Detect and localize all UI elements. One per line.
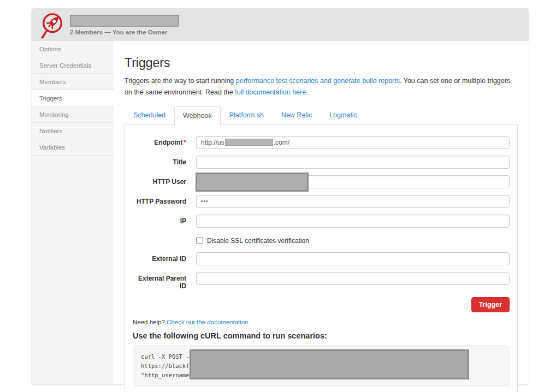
endpoint-row: Endpoint* http://us.com/	[133, 136, 510, 149]
full-documentation-link[interactable]: full documentation here	[235, 88, 306, 96]
tab-webhook[interactable]: Webhook	[174, 106, 221, 125]
tab-logmatic[interactable]: Logmatic	[321, 106, 366, 124]
page-title: Triggers	[125, 56, 518, 70]
app-container: 2 Members — You are the Owner Options Se…	[32, 8, 529, 384]
curl-heading: Use the following cURL command to run sc…	[133, 331, 510, 340]
check-documentation-link[interactable]: Check out the documentation	[167, 319, 249, 325]
endpoint-label-text: Endpoint	[154, 139, 182, 146]
environment-meta: 2 Members — You are the Owner	[70, 15, 179, 35]
redacted-curl-credentials	[190, 349, 469, 379]
sidebar-item-options[interactable]: Options	[32, 41, 114, 57]
tab-new-relic[interactable]: New Relic	[273, 106, 321, 124]
required-asterisk: *	[184, 139, 186, 146]
curl-code-block: curl -X POST --use https://blackfire.io/…	[133, 345, 510, 388]
endpoint-label: Endpoint*	[133, 136, 186, 149]
http-password-label: HTTP Password	[133, 195, 186, 208]
ip-label: IP	[133, 215, 186, 228]
webhook-tab-panel: Endpoint* http://us.com/ Title HTTP User	[125, 124, 518, 392]
trigger-button[interactable]: Trigger	[471, 297, 510, 312]
http-user-row: HTTP User	[133, 175, 510, 188]
endpoint-input[interactable]: http://us.com/	[196, 136, 510, 149]
external-parent-id-row: External Parent ID	[133, 272, 510, 290]
endpoint-value-suffix: .com/	[274, 139, 289, 146]
title-input[interactable]	[196, 156, 510, 169]
disable-ssl-checkbox[interactable]	[196, 237, 203, 244]
ip-row: IP	[133, 215, 510, 228]
intro-text-3: .	[306, 88, 307, 96]
need-help-line: Need help? Check out the documentation	[133, 319, 510, 325]
external-id-row: External ID	[133, 252, 510, 265]
redacted-environment-name	[70, 15, 179, 27]
tab-platform-sh[interactable]: Platform.sh	[221, 106, 273, 124]
external-parent-id-input[interactable]	[196, 272, 510, 285]
sidebar-item-notifiers[interactable]: Notifiers	[32, 123, 114, 139]
endpoint-value-prefix: http://us	[201, 139, 224, 146]
external-id-label: External ID	[133, 252, 186, 265]
http-password-input[interactable]: •••	[196, 195, 510, 208]
main-content: Triggers Triggers are the way to start r…	[114, 41, 529, 384]
environment-header: 2 Members — You are the Owner	[32, 8, 529, 41]
http-user-label: HTTP User	[133, 175, 186, 188]
blackfire-rocket-logo-icon	[39, 10, 65, 41]
scenarios-reports-link[interactable]: performance test scenarios and generate …	[236, 77, 400, 85]
sidebar-item-server-credentials[interactable]: Server Credentials	[32, 57, 114, 74]
sidebar-item-variables[interactable]: Variables	[32, 139, 114, 156]
password-masked-value: •••	[201, 198, 209, 204]
tab-scheduled[interactable]: Scheduled	[125, 106, 174, 124]
intro-paragraph: Triggers are the way to start running pe…	[125, 75, 518, 99]
title-row: Title	[133, 156, 510, 169]
submit-row: Trigger	[133, 297, 510, 312]
trigger-tabs: Scheduled Webhook Platform.sh New Relic …	[125, 106, 518, 124]
redacted-http-user-value	[196, 173, 309, 192]
sidebar-item-triggers[interactable]: Triggers	[32, 90, 114, 106]
ip-input[interactable]	[196, 215, 510, 228]
sidebar-item-monitoring[interactable]: Monitoring	[32, 106, 114, 123]
disable-ssl-label: Disable SSL certificates verification	[207, 237, 309, 245]
http-password-row: HTTP Password •••	[133, 195, 510, 208]
ssl-checkbox-row: Disable SSL certificates verification	[133, 237, 510, 245]
sidebar-item-members[interactable]: Members	[32, 74, 114, 90]
settings-sidebar: Options Server Credentials Members Trigg…	[32, 41, 114, 384]
members-owner-subtitle: 2 Members — You are the Owner	[70, 29, 179, 35]
intro-text-1: Triggers are the way to start running	[125, 77, 236, 85]
external-parent-id-label: External Parent ID	[133, 272, 186, 290]
external-id-input[interactable]	[196, 252, 510, 265]
redacted-endpoint-host	[225, 139, 273, 146]
need-help-text: Need help?	[133, 319, 167, 325]
title-label: Title	[133, 156, 186, 169]
